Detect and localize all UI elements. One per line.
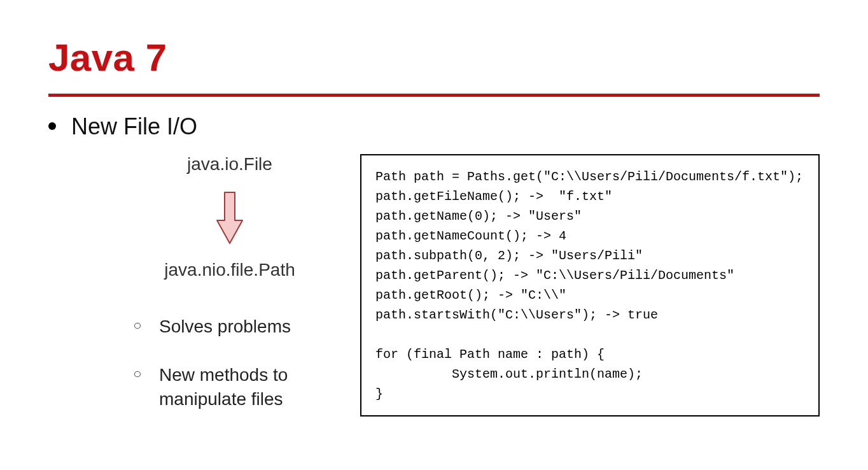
bullet-dot-icon	[48, 122, 56, 130]
bullet-row: New File I/O	[48, 113, 820, 140]
circle-bullet-icon: ○	[131, 363, 144, 385]
bullet-text: New File I/O	[71, 113, 197, 140]
sub-list: ○ Solves problems ○ New methods to manip…	[125, 315, 335, 435]
sub-item-text: New methods to manipulate files	[159, 363, 325, 411]
sub-item-text: Solves problems	[159, 315, 291, 339]
old-api-label: java.io.File	[187, 154, 272, 174]
slide: Java 7 New File I/O java.io.File java.ni…	[0, 0, 868, 460]
sub-item: ○ Solves problems	[131, 315, 335, 339]
title-rule	[48, 94, 820, 97]
sub-item: ○ New methods to manipulate files	[131, 363, 335, 411]
code-block: Path path = Paths.get("C:\\Users/Pili/Do…	[360, 154, 820, 417]
new-api-label: java.nio.file.Path	[164, 260, 295, 280]
left-column: java.io.File java.nio.file.Path ○ Solves…	[125, 154, 335, 435]
content-area: java.io.File java.nio.file.Path ○ Solves…	[48, 154, 820, 435]
down-arrow-icon	[216, 191, 244, 248]
circle-bullet-icon: ○	[131, 315, 144, 336]
slide-title: Java 7	[48, 36, 820, 80]
